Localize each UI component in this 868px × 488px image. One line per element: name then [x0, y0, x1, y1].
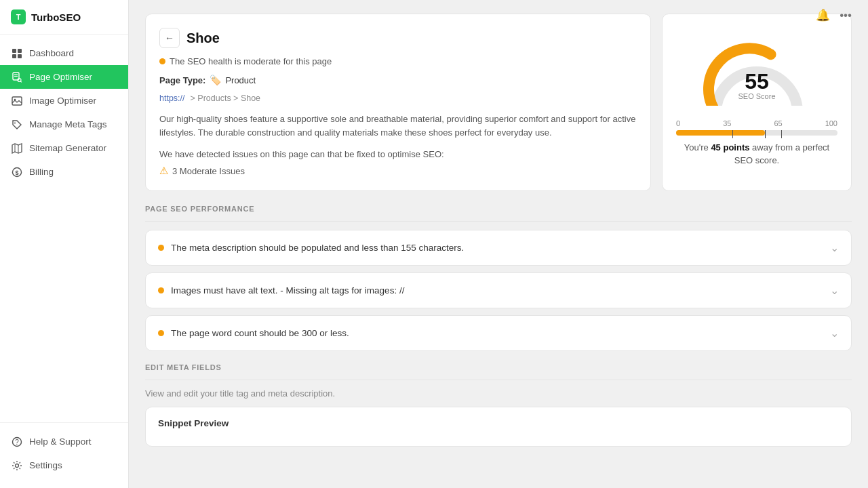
- score-mid1-label: 35: [723, 119, 731, 127]
- notification-icon[interactable]: 🔔: [816, 8, 830, 22]
- sidebar-bottom: ? Help & Support Settings: [0, 422, 128, 488]
- accordion-text-1: Images must have alt text. - Missing alt…: [171, 285, 404, 296]
- sidebar-item-settings[interactable]: Settings: [0, 453, 128, 477]
- accordion-text-2: The page word count should be 300 or les…: [171, 328, 349, 338]
- snippet-preview-title: Snippet Preview: [158, 418, 839, 428]
- image-icon: [11, 95, 22, 106]
- sidebar-item-billing-label: Billing: [29, 167, 54, 177]
- url-row: https:// > Products > Shoe: [159, 94, 637, 103]
- file-search-icon: [11, 71, 22, 83]
- page-description: Our high-quality shoes feature a support…: [159, 113, 637, 140]
- url-path: > Products > Shoe: [191, 94, 261, 103]
- svg-rect-1: [18, 49, 22, 53]
- sidebar-item-help-support-label: Help & Support: [29, 436, 92, 447]
- back-button[interactable]: ←: [159, 28, 180, 48]
- grid-icon: [11, 47, 22, 59]
- score-points-away: 45 points: [711, 142, 749, 152]
- accordion-item-word-count[interactable]: The page word count should be 300 or les…: [145, 315, 852, 351]
- accordion-dot-2: [158, 330, 164, 336]
- health-dot: [159, 58, 165, 64]
- score-summary: You're 45 points away from a perfect SEO…: [676, 141, 837, 167]
- score-bar-track: [676, 130, 837, 136]
- sidebar-item-manage-meta-tags[interactable]: Manage Meta Tags: [0, 113, 128, 136]
- chevron-down-icon-1: ⌄: [830, 284, 839, 297]
- accordion-dot-1: [158, 287, 164, 293]
- edit-meta-section: EDIT META FIELDS View and edit your titl…: [145, 363, 852, 447]
- accordion-item-alt-text[interactable]: Images must have alt text. - Missing alt…: [145, 272, 852, 308]
- sidebar-item-image-optimiser[interactable]: Image Optimiser: [0, 89, 128, 113]
- question-icon: ?: [11, 436, 22, 447]
- performance-section: PAGE SEO PERFORMANCE The meta descriptio…: [145, 205, 852, 351]
- issue-badge: ⚠ 3 Moderate Issues: [159, 165, 637, 177]
- gauge-text: 55 SEO Score: [738, 70, 775, 100]
- svg-text:?: ?: [15, 439, 19, 446]
- gear-icon: [11, 460, 22, 471]
- sidebar-item-page-optimiser-label: Page Optimiser: [29, 72, 92, 82]
- sidebar-item-page-optimiser[interactable]: Page Optimiser: [0, 65, 128, 89]
- page-info-card: ← Shoe The SEO health is moderate for th…: [145, 14, 651, 191]
- issues-label: We have detected issues on this page can…: [159, 149, 637, 159]
- seo-score-number: 55: [738, 70, 775, 92]
- page-type-value: Product: [225, 75, 256, 85]
- sidebar-item-sitemap-generator-label: Sitemap Generator: [29, 143, 106, 153]
- performance-section-title: PAGE SEO PERFORMANCE: [145, 205, 852, 213]
- sidebar-item-dashboard-label: Dashboard: [29, 48, 74, 58]
- svg-rect-0: [12, 49, 16, 53]
- health-indicator: The SEO health is moderate for this page: [159, 56, 637, 66]
- map-icon: [11, 142, 22, 154]
- accordion-left-2: The page word count should be 300 or les…: [158, 328, 349, 338]
- snippet-card: Snippet Preview: [145, 407, 852, 447]
- sidebar-item-dashboard[interactable]: Dashboard: [0, 41, 128, 65]
- accordion-dot-0: [158, 245, 164, 251]
- score-bar-section: 0 35 65 100: [676, 119, 837, 141]
- chevron-down-icon-0: ⌄: [830, 241, 839, 254]
- performance-divider: [145, 221, 852, 222]
- page-type-tag-icon: 🏷️: [210, 75, 221, 85]
- edit-meta-divider: [145, 380, 852, 380]
- score-max-label: 100: [825, 119, 837, 127]
- app-name: TurboSEO: [31, 12, 81, 23]
- accordion-item-meta-desc[interactable]: The meta description should be populated…: [145, 230, 852, 266]
- more-options-icon[interactable]: •••: [840, 9, 852, 22]
- page-type-row: Page Type: 🏷️ Product: [159, 75, 637, 85]
- score-summary-text: You're: [684, 142, 709, 152]
- svg-rect-9: [12, 97, 22, 105]
- sidebar-item-manage-meta-tags-label: Manage Meta Tags: [29, 119, 107, 129]
- url-prefix: https://: [159, 94, 185, 103]
- score-mid2-label: 65: [774, 119, 782, 127]
- svg-marker-12: [12, 144, 22, 153]
- svg-rect-3: [18, 54, 22, 58]
- svg-point-19: [15, 464, 18, 467]
- sidebar-item-help-support[interactable]: ? Help & Support: [0, 430, 128, 453]
- chevron-down-icon-2: ⌄: [830, 327, 839, 340]
- issue-count-text: 3 Moderate Issues: [172, 166, 245, 176]
- sidebar-item-image-optimiser-label: Image Optimiser: [29, 96, 96, 106]
- svg-text:$: $: [15, 169, 18, 176]
- edit-meta-description: View and edit your title tag and meta de…: [145, 388, 852, 399]
- accordion-left-1: Images must have alt text. - Missing alt…: [158, 285, 404, 296]
- cards-row: ← Shoe The SEO health is moderate for th…: [145, 14, 852, 191]
- info-card-header: ← Shoe: [159, 28, 637, 48]
- warning-icon: ⚠: [159, 165, 168, 177]
- sidebar: T TurboSEO Dashboard: [0, 0, 129, 488]
- page-title: Shoe: [186, 30, 220, 46]
- sidebar-item-sitemap-generator[interactable]: Sitemap Generator: [0, 136, 128, 160]
- gauge-container: 55 SEO Score: [703, 38, 811, 106]
- score-marker-current: [765, 130, 766, 138]
- page-type-label: Page Type:: [159, 75, 205, 85]
- health-text: The SEO health is moderate for this page: [170, 56, 332, 66]
- sidebar-item-billing[interactable]: $ Billing: [0, 160, 128, 184]
- score-marker-35: [732, 130, 733, 138]
- dollar-icon: $: [11, 166, 22, 178]
- seo-score-card: 55 SEO Score 0 35 65 100: [662, 14, 852, 191]
- main-content: 🔔 ••• ← Shoe The SEO health is moderate …: [129, 0, 868, 488]
- sidebar-item-settings-label: Settings: [29, 460, 62, 470]
- app-logo: T TurboSEO: [0, 0, 128, 35]
- score-bar-labels: 0 35 65 100: [676, 119, 837, 127]
- tag-icon: [11, 119, 22, 130]
- edit-meta-title: EDIT META FIELDS: [145, 363, 852, 371]
- score-min-label: 0: [676, 119, 680, 127]
- logo-icon: T: [11, 9, 26, 24]
- sidebar-nav: Dashboard Page Optimiser: [0, 35, 128, 422]
- accordion-text-0: The meta description should be populated…: [171, 243, 464, 253]
